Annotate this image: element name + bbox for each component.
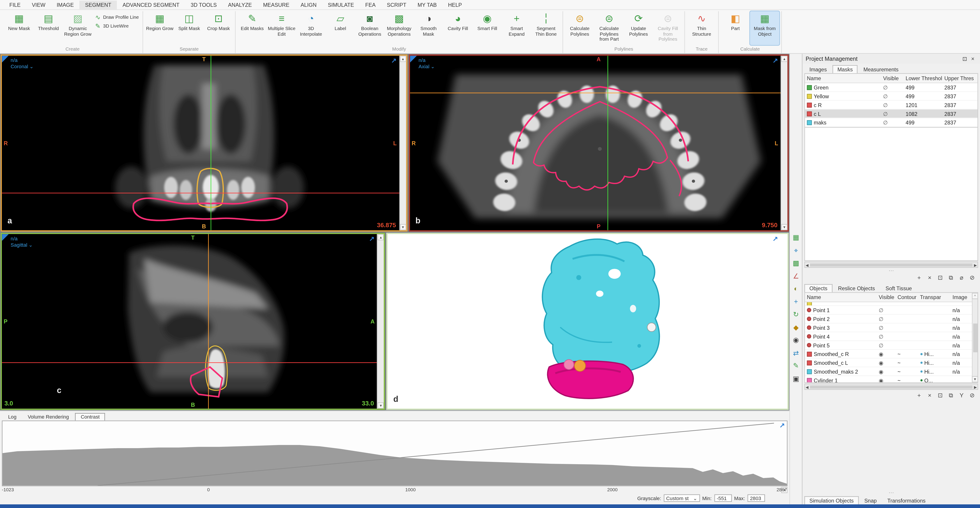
move-tool-icon[interactable]: +	[791, 297, 801, 307]
slice-scrollbar[interactable]: ▲ ▼	[399, 56, 406, 230]
mask-row[interactable]: Green ∅ 499 2837	[805, 83, 977, 92]
expand-viewport-icon[interactable]: ↗	[772, 235, 778, 243]
object-visibility-toggle[interactable]: ◉	[877, 377, 896, 382]
viewport-corner-marker[interactable]	[410, 56, 417, 62]
ribbon-button[interactable]: ◑ Smooth Mask	[414, 11, 443, 45]
panel-tab[interactable]: Images	[805, 65, 832, 73]
crosshair-vertical-line[interactable]	[208, 234, 209, 409]
grayscale-mode-select[interactable]: Custom st ⌄	[664, 494, 700, 502]
viewport-corner-marker[interactable]	[2, 56, 9, 62]
object-row[interactable]: Point 4 ∅ ● n/a	[805, 332, 972, 341]
scroll-right-icon[interactable]: ▶	[974, 262, 977, 267]
add-mask-button[interactable]: +	[915, 273, 923, 282]
object-visibility-toggle[interactable]: ◉	[877, 359, 896, 366]
ribbon-button[interactable]: ▱ Label	[326, 11, 355, 45]
object-row[interactable]: Point 1 ∅ ● n/a	[805, 306, 972, 315]
mask-overlay-icon[interactable]: ▩	[791, 259, 801, 268]
ribbon-button[interactable]: + Smart Expand	[502, 11, 531, 45]
menu-item[interactable]: SEGMENT	[80, 0, 117, 9]
panel-resize-grip[interactable]: …	[802, 268, 980, 272]
scroll-up-icon[interactable]: ▲	[781, 56, 788, 62]
panel-tab[interactable]: Objects	[805, 284, 832, 292]
ribbon-button[interactable]: ▦ Region Grow	[145, 11, 174, 45]
objects-horizontal-scrollbar[interactable]: ◀ ▶	[805, 383, 978, 390]
mask-row[interactable]: maks ∅ 499 2837	[805, 118, 977, 127]
column-header[interactable]: Upper Thres	[943, 74, 977, 83]
object-row[interactable]: Point 5 ∅ ● n/a	[805, 341, 972, 350]
menu-item[interactable]: MEASURE	[258, 0, 295, 9]
ribbon-button[interactable]: ⊜ Cavity Fill from Polylines	[653, 11, 682, 45]
zoom-icon[interactable]: ⌖	[791, 246, 801, 255]
mask-visibility-toggle[interactable]: ∅	[881, 102, 904, 108]
object-visibility-toggle[interactable]: ∅	[877, 316, 896, 322]
ribbon-button[interactable]: ⊜ Calculate Polylines	[565, 11, 595, 45]
column-header[interactable]: Lower Threshol	[904, 74, 943, 83]
object-visibility-toggle[interactable]: ∅	[877, 342, 896, 348]
delete-object-button[interactable]: ×	[926, 391, 934, 399]
menu-item[interactable]: ANALYZE	[223, 0, 258, 9]
viewport-plane-selector[interactable]: n/a Sagittal⌄	[11, 236, 33, 248]
max-value-input[interactable]: 2803	[748, 494, 765, 502]
ribbon-button[interactable]: ⊡ Crop Mask	[204, 11, 233, 45]
ribbon-button[interactable]: ✎ Edit Masks	[237, 11, 267, 45]
bottom-panel-tab[interactable]: Contrast	[75, 413, 105, 420]
mask-properties-button[interactable]: ⊡	[936, 273, 944, 282]
object-row[interactable]: Smoothed_c R ◉ ~ ● Hi... n/a	[805, 350, 972, 359]
viewport-3d[interactable]: ↗ d	[387, 233, 789, 410]
ribbon-small-button[interactable]: ∿ Draw Profile Line	[94, 14, 139, 21]
object-contour-toggle[interactable]: ~	[896, 359, 918, 366]
mask-row[interactable]: Yellow ∅ 499 2837	[805, 92, 977, 101]
column-header[interactable]: Name	[805, 74, 881, 83]
contrast-histogram[interactable]: ↗	[2, 420, 788, 486]
mask-visibility-toggle[interactable]: ∅	[881, 84, 904, 91]
capture-tool-icon[interactable]: ▣	[791, 374, 801, 383]
bottom-panel-tab[interactable]: Volume Rendering	[23, 414, 74, 420]
menu-item[interactable]: ADVANCED SEGMENT	[117, 0, 185, 9]
crosshair-horizontal-line[interactable]	[2, 193, 399, 193]
object-visibility-toggle[interactable]: ∅	[877, 333, 896, 340]
scrollbar-thumb[interactable]	[810, 385, 972, 388]
panel-tab[interactable]: Soft Tissue	[880, 284, 917, 292]
object-contour-toggle[interactable]: ~	[896, 351, 918, 357]
delete-mask-button[interactable]: ×	[926, 273, 934, 282]
ribbon-button[interactable]: ◉ Smart Fill	[473, 11, 502, 45]
object-visibility-toggle[interactable]: ∅	[877, 307, 896, 313]
scroll-down-icon[interactable]: ▼	[378, 402, 384, 409]
scroll-right-icon[interactable]: ▶	[974, 385, 977, 389]
object-visibility-toggle[interactable]: ∅	[877, 324, 896, 331]
close-panel-icon[interactable]: ×	[969, 56, 977, 62]
mask-visibility-toggle[interactable]: ∅	[881, 110, 904, 117]
menu-item[interactable]: FILE	[4, 0, 26, 9]
rotate-tool-icon[interactable]: ↻	[791, 310, 801, 319]
menu-item[interactable]: 3D TOOLS	[185, 0, 222, 9]
panel-tab[interactable]: Transformations	[882, 496, 931, 505]
object-row[interactable]: Point 2 ∅ ● n/a	[805, 315, 972, 324]
ribbon-button[interactable]: ▨ Dynamic Region Grow	[63, 11, 92, 45]
objects-vertical-scrollbar[interactable]: ^ ▼	[972, 293, 977, 382]
panel-tab[interactable]: Measurements	[858, 65, 904, 73]
scroll-left-icon[interactable]: ◀	[806, 385, 808, 389]
panel-tab[interactable]: Masks	[832, 65, 858, 73]
scroll-down-icon[interactable]: ▼	[781, 224, 788, 230]
duplicate-object-button[interactable]: ⧉	[947, 391, 955, 399]
viewport-plane-selector[interactable]: n/a Axial⌄	[418, 58, 435, 70]
scroll-down-icon[interactable]: ▼	[400, 224, 406, 230]
viewport-sagittal[interactable]: n/a Sagittal⌄ ↗ T B P A c 3.0 33.0	[1, 233, 385, 410]
object-properties-button[interactable]: ⊡	[936, 391, 944, 399]
panel-resize-grip[interactable]: …	[802, 490, 980, 494]
ribbon-button[interactable]: ▦ Mask from Object	[750, 11, 780, 45]
object-row[interactable]: Smoothed_c L ◉ ~ ● Hi... n/a	[805, 358, 972, 367]
add-object-button[interactable]: +	[915, 391, 923, 399]
panel-tab[interactable]: Simulation Objects	[805, 496, 859, 505]
menu-item[interactable]: ALIGN	[295, 0, 322, 9]
column-header[interactable]: Visible	[877, 293, 896, 302]
scroll-down-icon[interactable]: ▼	[972, 376, 978, 382]
ribbon-button[interactable]: ≡ Multiple Slice Edit	[267, 11, 296, 45]
crosshair-vertical-line[interactable]	[607, 56, 608, 230]
mask-row[interactable]: c L ∅ 1082 2837	[805, 110, 977, 118]
menu-item[interactable]: IMAGE	[51, 0, 80, 9]
ribbon-button[interactable]: ◙ Boolean Operations	[355, 11, 384, 45]
float-panel-icon[interactable]: ⊡	[961, 56, 969, 62]
crosshair-vertical-line[interactable]	[210, 56, 211, 230]
menu-item[interactable]: VIEW	[26, 0, 51, 9]
